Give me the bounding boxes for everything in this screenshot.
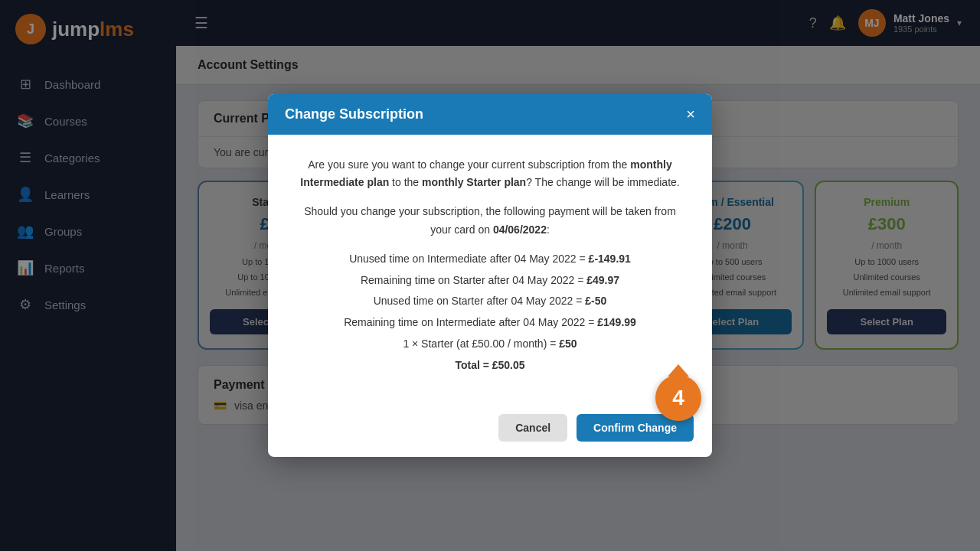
modal-header: Change Subscription × <box>268 94 712 135</box>
modal-overlay: Change Subscription × Are you sure you w… <box>0 0 980 551</box>
change-subscription-modal: Change Subscription × Are you sure you w… <box>268 94 712 458</box>
detail-line-2: Remaining time on Starter after 04 May 2… <box>292 272 688 290</box>
modal-details: Unused time on Intermediate after 04 May… <box>292 250 688 375</box>
modal-footer: Cancel Confirm Change <box>268 402 712 457</box>
modal-body: Are you sure you want to change your cur… <box>268 135 712 403</box>
detail-line-1: Unused time on Intermediate after 04 May… <box>292 250 688 269</box>
detail-total: Total = £50.05 <box>292 357 688 375</box>
close-icon[interactable]: × <box>686 106 695 122</box>
modal-title: Change Subscription <box>285 106 423 122</box>
step-badge: 4 <box>655 375 701 421</box>
modal-description-2: Should you change your subscription, the… <box>292 203 688 240</box>
detail-line-3: Unused time on Starter after 04 May 2022… <box>292 292 688 311</box>
detail-line-4: Remaining time on Intermediate after 04 … <box>292 314 688 332</box>
modal-description-1: Are you sure you want to change your cur… <box>292 156 688 193</box>
cancel-button[interactable]: Cancel <box>498 414 567 442</box>
detail-line-5: 1 × Starter (at £50.00 / month) = £50 <box>292 335 688 354</box>
